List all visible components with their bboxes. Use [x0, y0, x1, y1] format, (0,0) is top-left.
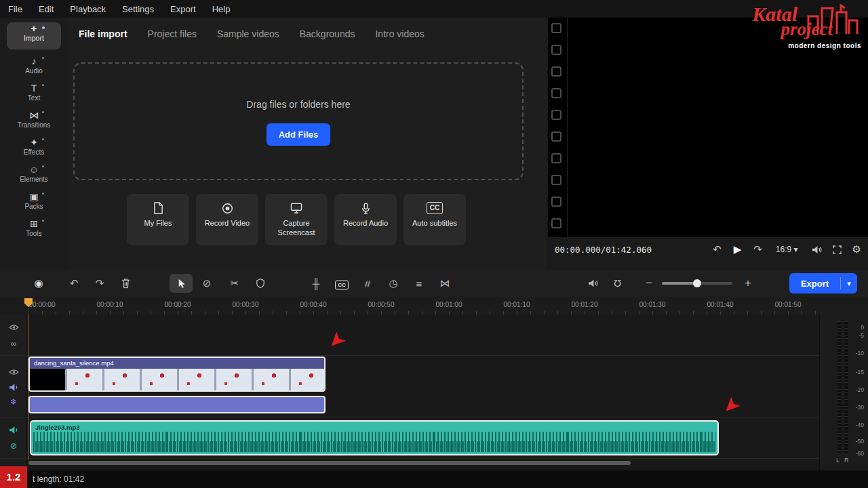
new-badge-dot — [42, 84, 44, 86]
menu-settings[interactable]: Settings — [122, 4, 154, 14]
timeline-ruler[interactable]: 00:00:00 00:00:10 00:00:20 00:00:30 00:0… — [0, 297, 868, 314]
package-icon: ▣ — [0, 191, 68, 203]
meter-scale-label: -30 — [856, 404, 864, 411]
text-icon: T — [0, 83, 68, 94]
play-icon[interactable]: ▶ — [734, 243, 742, 256]
menu-export[interactable]: Export — [170, 4, 196, 14]
meter-channel-right: R — [844, 457, 849, 464]
snowflake-effect-icon[interactable]: ❄ — [0, 397, 27, 407]
capture-screencast-card[interactable]: Capture Screencast — [265, 194, 328, 245]
sidebar-item-transitions[interactable]: ⋈ Transitions — [0, 110, 68, 137]
audio-waveform — [33, 432, 715, 452]
snap-magnet-icon[interactable]: Ω — [609, 278, 627, 289]
gear-icon[interactable]: ⚙ — [852, 243, 861, 256]
meter-scale-label: -15 — [856, 369, 864, 375]
captions-icon[interactable]: CC — [333, 277, 351, 290]
split-marker-icon[interactable]: ╫ — [307, 278, 325, 289]
sidebar: + Import ♪ Audio T Text ⋈ Transitions ✦ … — [0, 18, 68, 270]
volume-icon[interactable] — [812, 245, 822, 254]
crop-icon[interactable]: # — [359, 278, 376, 289]
adjustments-icon[interactable]: ≡ — [410, 278, 428, 289]
tab-sample-videos[interactable]: Sample videos — [217, 28, 279, 39]
ruler-label: 00:01:40 — [707, 301, 734, 308]
record-video-card[interactable]: Record Video — [196, 194, 258, 245]
meter-bar-right — [844, 321, 848, 453]
tab-file-import[interactable]: File import — [79, 28, 127, 39]
transition-tool-icon[interactable]: ⋈ — [436, 277, 454, 289]
sidebar-item-tools[interactable]: ⊞ Tools — [0, 218, 68, 245]
sidebar-item-effects[interactable]: ✦ Effects — [0, 137, 68, 164]
shield-icon[interactable] — [252, 278, 269, 289]
menu-help[interactable]: Help — [212, 4, 231, 14]
undo-icon[interactable]: ↶ — [65, 277, 83, 289]
trash-icon[interactable] — [117, 279, 134, 289]
track-volume-icon[interactable] — [0, 383, 27, 392]
razor-tool-icon[interactable]: ⊘ — [198, 277, 216, 289]
audio-clip[interactable]: Jingle203.mp3 — [30, 420, 719, 455]
ruler-label: 00:00:10 — [97, 301, 123, 308]
fullscreen-icon[interactable] — [833, 245, 842, 254]
sidebar-item-label: Elements — [0, 176, 68, 183]
menu-playback[interactable]: Playback — [70, 4, 106, 14]
file-drop-zone[interactable]: Drag files or folders here Add Files — [73, 62, 524, 180]
sidebar-item-packs[interactable]: ▣ Packs — [0, 191, 68, 218]
playback-timecode: 00:00.000/01:42.060 — [555, 245, 652, 255]
my-files-card[interactable]: My Files — [127, 194, 189, 245]
horizontal-scrollbar[interactable] — [28, 461, 631, 465]
menu-edit[interactable]: Edit — [39, 4, 54, 14]
video-clip[interactable]: dancing_santa_silence.mp4 — [28, 357, 326, 392]
eye-icon[interactable] — [0, 324, 27, 331]
linked-audio-strip[interactable] — [28, 396, 326, 413]
new-badge-dot — [42, 165, 44, 167]
grid-icon: ⊞ — [0, 218, 68, 230]
timeline-zoom-slider[interactable] — [662, 282, 732, 285]
skip-forward-icon[interactable]: ↷ — [753, 243, 762, 256]
aspect-ratio-dropdown[interactable]: 16:9 ▾ — [776, 245, 798, 254]
sidebar-item-elements[interactable]: ☺ Elements — [0, 164, 68, 191]
zoom-out-icon[interactable]: − — [640, 277, 658, 290]
sidebar-item-label: Text — [0, 94, 68, 102]
redo-icon[interactable]: ↷ — [91, 277, 108, 289]
chevron-down-icon[interactable]: ▾ — [841, 279, 857, 288]
new-badge-dot — [42, 138, 44, 140]
skip-back-icon[interactable]: ↶ — [713, 243, 722, 256]
scissors-icon[interactable]: ✂ — [226, 277, 243, 289]
record-audio-card[interactable]: Record Audio — [334, 194, 397, 245]
card-label: Auto subtitles — [403, 219, 466, 228]
transitions-icon: ⋈ — [0, 110, 68, 121]
ruler-label: 00:01:10 — [504, 301, 530, 308]
drop-zone-hint: Drag files or folders here — [75, 99, 522, 110]
clock-icon[interactable]: ◷ — [384, 277, 402, 289]
audio-track-volume-icon[interactable] — [0, 426, 27, 434]
sidebar-item-audio[interactable]: ♪ Audio — [0, 56, 68, 83]
pointer-tool[interactable] — [170, 274, 193, 293]
music-note-icon: ♪ — [0, 56, 68, 67]
zoom-in-icon[interactable]: + — [739, 277, 757, 290]
audio-levels-icon[interactable] — [584, 279, 601, 288]
ruler-label: 00:00:00 — [29, 301, 56, 308]
sidebar-item-import[interactable]: + Import — [7, 22, 61, 49]
link-tracks-icon[interactable]: ∞ — [0, 339, 27, 348]
sidebar-item-label: Audio — [0, 67, 68, 75]
unlink-icon[interactable]: ⊘ — [0, 441, 27, 451]
menu-file[interactable]: File — [8, 4, 22, 14]
add-files-button[interactable]: Add Files — [267, 123, 331, 146]
ruler-label: 00:01:20 — [572, 301, 598, 308]
meter-scale-label: -40 — [856, 422, 864, 428]
zoom-slider-knob[interactable] — [693, 279, 701, 287]
new-badge-dot — [42, 220, 44, 222]
tab-project-files[interactable]: Project files — [148, 28, 197, 39]
eye-icon[interactable] — [0, 369, 27, 375]
timeline-toolbar: ◉ ↶ ↷ ⊘ ✂ ╫ CC # ◷ ≡ ⋈ Ω − + Export ▾ — [0, 270, 868, 297]
tab-intro-videos[interactable]: Intro videos — [375, 28, 424, 39]
record-icon[interactable]: ◉ — [30, 277, 47, 289]
sidebar-item-text[interactable]: T Text — [0, 83, 68, 110]
export-button[interactable]: Export ▾ — [789, 273, 857, 293]
sidebar-item-label: Packs — [0, 203, 68, 210]
tab-backgrounds[interactable]: Backgrounds — [300, 28, 355, 39]
new-badge-dot — [42, 26, 45, 29]
microphone-icon — [334, 200, 397, 216]
meter-bar-left — [837, 321, 842, 453]
auto-subtitles-card[interactable]: CC Auto subtitles — [403, 194, 466, 245]
brand-tagline: modern design tools — [788, 42, 861, 49]
